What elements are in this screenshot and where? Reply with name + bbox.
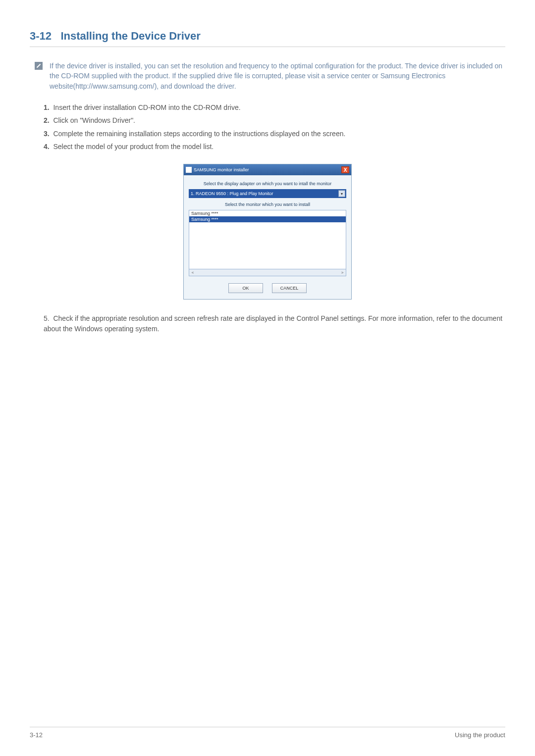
list-item[interactable]: Samsung **** [189, 216, 346, 222]
horizontal-scrollbar[interactable]: < > [189, 269, 346, 276]
ok-button[interactable]: OK [228, 283, 263, 293]
app-icon [186, 167, 192, 173]
note-icon [35, 62, 43, 70]
step-text: Select the model of your product from th… [53, 143, 214, 151]
step-item: 1. Insert the driver installation CD-ROM… [44, 102, 505, 115]
monitor-label: Select the monitor which you want to ins… [189, 202, 346, 207]
chevron-down-icon[interactable]: ▾ [338, 190, 345, 197]
heading-number: 3-12 [30, 30, 52, 42]
cancel-button[interactable]: CANCEL [272, 283, 307, 293]
scroll-right-arrow-icon[interactable]: > [339, 269, 346, 276]
page-heading: 3-12 Installing the Device Driver [30, 30, 505, 47]
step-text: Insert the driver installation CD-ROM in… [53, 103, 240, 111]
step-item: 2. Click on "Windows Driver". [44, 115, 505, 128]
installer-dialog: SAMSUNG monitor installer X Select the d… [183, 164, 352, 300]
note-text: If the device driver is installed, you c… [50, 61, 505, 91]
adapter-combobox[interactable]: 1. RADEON 9550 : Plug and Play Monitor ▾ [189, 189, 346, 198]
step-item: 4. Select the model of your product from… [44, 141, 505, 154]
ordered-steps: 1. Insert the driver installation CD-ROM… [30, 102, 505, 154]
close-button[interactable]: X [341, 166, 349, 173]
ordered-steps-continued: 5. Check if the appropriate resolution a… [30, 313, 505, 334]
monitor-listbox[interactable]: Samsung **** Samsung **** [189, 210, 346, 269]
combo-value: 1. RADEON 9550 : Plug and Play Monitor [191, 191, 273, 196]
adapter-label: Select the display adapter on which you … [189, 181, 346, 186]
dialog-titlebar: SAMSUNG monitor installer X [184, 164, 351, 175]
step-text: Click on "Windows Driver". [53, 116, 135, 124]
note-block: If the device driver is installed, you c… [30, 61, 505, 91]
step-text: Check if the appropriate resolution and … [44, 314, 502, 333]
step-item: 5. Check if the appropriate resolution a… [44, 313, 505, 334]
heading-title: Installing the Device Driver [60, 30, 200, 42]
step-text: Complete the remaining installation step… [53, 130, 345, 138]
scroll-left-arrow-icon[interactable]: < [189, 269, 196, 276]
footer-right: Using the product [455, 731, 505, 739]
page-footer: 3-12 Using the product [30, 727, 505, 739]
list-item[interactable]: Samsung **** [189, 210, 346, 216]
footer-left: 3-12 [30, 731, 43, 739]
dialog-title: SAMSUNG monitor installer [194, 167, 249, 172]
step-item: 3. Complete the remaining installation s… [44, 128, 505, 141]
